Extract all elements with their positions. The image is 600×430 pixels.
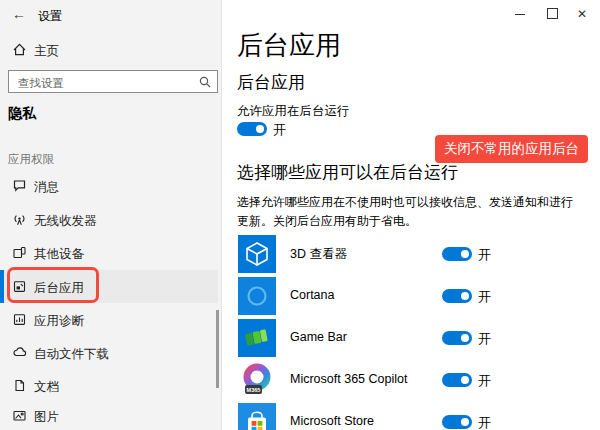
home-icon bbox=[12, 42, 27, 57]
sidebar-item-auto-file-downloads[interactable]: 自动文件下载 bbox=[0, 336, 218, 369]
selected-accent-bar bbox=[0, 270, 4, 303]
sidebar-item-label: 后台应用 bbox=[34, 280, 84, 297]
app-diagnostics-icon bbox=[12, 312, 27, 327]
app-name: 3D 查看器 bbox=[290, 246, 347, 263]
choose-apps-description: 选择允许哪些应用在不使用时也可以接收信息、发送通知和进行更新。关闭后台应用有助于… bbox=[237, 193, 573, 230]
sidebar: ← 设置 主页 隐私 应用权限 消息 bbox=[0, 0, 222, 430]
search-input[interactable] bbox=[16, 72, 195, 93]
sidebar-item-messaging[interactable]: 消息 bbox=[0, 169, 218, 202]
message-icon bbox=[12, 178, 27, 193]
sidebar-item-label: 文档 bbox=[34, 379, 59, 396]
titlebar: ← 设置 bbox=[0, 0, 222, 30]
sidebar-scrollbar-thumb[interactable] bbox=[216, 310, 219, 388]
app-toggle[interactable] bbox=[442, 415, 472, 429]
background-apps-section-heading: 后台应用 bbox=[237, 71, 305, 94]
sidebar-item-label: 自动文件下载 bbox=[34, 346, 109, 363]
game-bar-icon bbox=[238, 319, 276, 357]
search-icon[interactable] bbox=[198, 75, 212, 89]
master-background-toggle[interactable] bbox=[237, 122, 267, 136]
permission-label: 允许应用在后台运行 bbox=[237, 103, 350, 120]
window-title: 设置 bbox=[38, 8, 62, 25]
main-content: ✕ 后台应用 后台应用 允许应用在后台运行 开 关闭不常用的应用后台 选择哪些应… bbox=[222, 0, 600, 430]
other-devices-icon bbox=[12, 245, 27, 260]
sidebar-item-background-apps[interactable]: 后台应用 bbox=[0, 270, 218, 303]
toggle-knob bbox=[256, 125, 264, 133]
page-title: 后台应用 bbox=[237, 28, 341, 63]
microsoft-store-icon bbox=[238, 403, 276, 430]
minimize-button[interactable] bbox=[504, 0, 536, 28]
app-toggle-state: 开 bbox=[478, 372, 491, 390]
app-toggle-state: 开 bbox=[478, 414, 491, 430]
search-box bbox=[8, 70, 218, 93]
app-row-cortana: Cortana 开 bbox=[222, 275, 600, 317]
sidebar-item-label: 图片 bbox=[34, 409, 59, 426]
picture-icon bbox=[12, 408, 27, 423]
radios-icon bbox=[12, 212, 27, 227]
app-row-microsoft-store: Microsoft Store 开 bbox=[222, 401, 600, 430]
app-name: Cortana bbox=[290, 288, 334, 302]
sidebar-section-title: 隐私 bbox=[8, 105, 36, 123]
app-toggle-state: 开 bbox=[478, 246, 491, 264]
annotation-label: 关闭不常用的应用后台 bbox=[435, 135, 588, 163]
cloud-download-icon bbox=[12, 345, 27, 360]
app-toggle[interactable] bbox=[442, 331, 472, 345]
app-toggle[interactable] bbox=[442, 373, 472, 387]
3d-viewer-icon bbox=[238, 235, 276, 273]
sidebar-item-other-devices[interactable]: 其他设备 bbox=[0, 236, 218, 269]
sidebar-item-home[interactable]: 主页 bbox=[0, 38, 218, 62]
cortana-icon bbox=[238, 277, 276, 315]
minimize-icon bbox=[515, 14, 525, 15]
sidebar-item-label: 消息 bbox=[34, 179, 59, 196]
toggle-knob bbox=[461, 376, 469, 384]
app-toggle[interactable] bbox=[442, 289, 472, 303]
background-apps-icon bbox=[12, 279, 27, 294]
sidebar-item-pictures[interactable]: 图片 bbox=[0, 399, 218, 430]
choose-apps-section-heading: 选择哪些应用可以在后台运行 bbox=[237, 161, 458, 184]
m365-badge: M365 bbox=[247, 387, 261, 393]
toggle-knob bbox=[461, 334, 469, 342]
toggle-knob bbox=[461, 292, 469, 300]
app-toggle[interactable] bbox=[442, 247, 472, 261]
app-name: Microsoft 365 Copilot bbox=[290, 372, 407, 386]
app-row-3d-viewer: 3D 查看器 开 bbox=[222, 233, 600, 275]
app-row-m365-copilot: M365 Microsoft 365 Copilot 开 bbox=[222, 359, 600, 401]
maximize-icon bbox=[547, 8, 558, 19]
toggle-knob bbox=[461, 418, 469, 426]
sidebar-item-radios[interactable]: 无线收发器 bbox=[0, 203, 218, 236]
maximize-button[interactable] bbox=[536, 0, 568, 28]
sidebar-group-label: 应用权限 bbox=[8, 152, 54, 167]
app-toggle-state: 开 bbox=[478, 330, 491, 348]
app-name: Game Bar bbox=[290, 330, 347, 344]
document-icon bbox=[12, 378, 27, 393]
sidebar-item-label: 应用诊断 bbox=[34, 313, 84, 330]
m365-copilot-icon: M365 bbox=[238, 361, 276, 399]
app-toggle-state: 开 bbox=[478, 288, 491, 306]
master-toggle-state: 开 bbox=[273, 121, 286, 139]
app-row-game-bar: Game Bar 开 bbox=[222, 317, 600, 359]
sidebar-item-label: 无线收发器 bbox=[34, 213, 97, 230]
toggle-knob bbox=[461, 250, 469, 258]
sidebar-item-documents[interactable]: 文档 bbox=[0, 369, 218, 402]
close-icon: ✕ bbox=[577, 7, 587, 21]
sidebar-item-app-diagnostics[interactable]: 应用诊断 bbox=[0, 303, 218, 336]
back-button[interactable]: ← bbox=[12, 6, 26, 22]
app-name: Microsoft Store bbox=[290, 414, 374, 428]
sidebar-item-label: 其他设备 bbox=[34, 246, 84, 263]
settings-window: { "titlebar": { "back_icon": "←", "title… bbox=[0, 0, 600, 430]
close-button[interactable]: ✕ bbox=[566, 0, 598, 28]
sidebar-item-label: 主页 bbox=[34, 43, 59, 60]
